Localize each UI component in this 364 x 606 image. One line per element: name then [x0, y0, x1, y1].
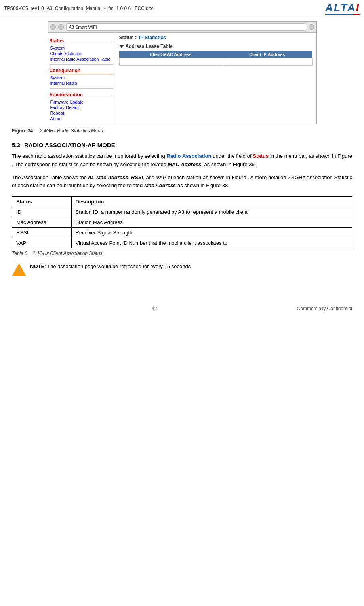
note-label: NOTE	[30, 263, 44, 269]
para2-mac: Mac Address	[96, 175, 128, 180]
sidebar-item-reboot[interactable]: Reboot	[50, 110, 113, 116]
sidebar-divider-1	[50, 64, 113, 65]
sidebar-status-header: Status	[50, 38, 113, 44]
breadcrumb-current: IP Statistics	[139, 35, 166, 40]
status-table-cell-status: ID	[12, 207, 72, 217]
section-53-para2: The Association Table shows the ID, Mac …	[12, 174, 352, 190]
note-icon: !	[12, 263, 26, 277]
status-table-cell-description: Station Mac Address	[71, 217, 352, 228]
page-body: A3 Smart WiFi Status System Clients Stat…	[0, 17, 364, 291]
altai-logo: ALTAI	[325, 2, 360, 15]
browser-btn-2	[58, 24, 64, 30]
document-title: TPS09-005_rev1 0_A3_Configuration_Manual…	[4, 6, 154, 11]
breadcrumb-text: Status > IP Statistics	[119, 35, 166, 40]
note-exclamation: !	[18, 267, 20, 274]
para1-text-2: under the field of	[212, 153, 253, 159]
page-footer: 42 Commercially Confidential	[0, 303, 364, 314]
table-caption-text: 2.4GHz Client Association Status	[32, 251, 102, 256]
page-number: 42	[12, 306, 297, 311]
sidebar-item-system[interactable]: System	[50, 45, 113, 51]
logo-underline-red	[353, 14, 360, 15]
section-53-heading: 5.3 RADIO ASSOCIATION-AP MODE	[12, 142, 352, 148]
para2-text-1: The Association Table shows the	[12, 175, 88, 180]
para1-mac-bold: MAC Address	[168, 161, 202, 167]
sidebar-divider-2	[50, 88, 113, 89]
logo-letter-i: I	[356, 2, 360, 13]
status-table-col-description: Description	[71, 197, 352, 207]
section-53-title: RADIO ASSOCIATION-AP MODE	[24, 142, 115, 148]
browser-content: Status System Clients Statistics Interna…	[48, 33, 316, 124]
para2-mac-bold2: Mac Address	[144, 182, 176, 188]
browser-toolbar: A3 Smart WiFi	[48, 22, 316, 33]
sidebar-item-firmware-update[interactable]: Firmware Update	[50, 99, 113, 105]
figure-caption: Figure 34 2.4GHz Radio Statistics Menu	[12, 128, 352, 134]
para2-text-6: as shown in Figure 38.	[176, 182, 229, 188]
sidebar-item-clients-stats[interactable]: Clients Statistics	[50, 51, 113, 56]
lease-table-empty-ip	[222, 58, 312, 66]
lease-table-col-mac: Client MAC Address	[119, 51, 222, 58]
breadcrumb: Status > IP Statistics	[119, 35, 313, 40]
browser-window: A3 Smart WiFi Status System Clients Stat…	[48, 21, 317, 124]
browser-address-bar[interactable]: A3 Smart WiFi	[66, 23, 306, 31]
status-table-row: RSSIReceiver Signal Strength	[12, 228, 352, 238]
para2-vap: VAP	[156, 175, 166, 180]
status-table-cell-description: Receiver Signal Strength	[71, 228, 352, 238]
logo-underline	[325, 14, 360, 15]
status-table-body: IDStation ID, a number randomly generate…	[12, 207, 352, 248]
logo-underline-blue	[325, 14, 353, 15]
figure-number: Figure 34	[12, 128, 33, 134]
footer-right: Commercially Confidential	[297, 306, 352, 311]
lease-table-header-row: Client MAC Address Client IP Address	[119, 51, 312, 58]
sidebar-config-header: Configuration	[50, 68, 113, 74]
status-table-row: IDStation ID, a number randomly generate…	[12, 207, 352, 217]
logo-letter-a: A	[325, 2, 334, 13]
para2-text-2: ,	[93, 175, 96, 180]
para1-text-4: , as shown in Figure 36.	[201, 161, 256, 167]
note-box: ! NOTE: The association page would be re…	[12, 263, 352, 277]
para2-text-3: ,	[128, 175, 131, 180]
note-text: NOTE: The association page would be refr…	[30, 263, 191, 270]
triangle-icon	[119, 45, 124, 48]
sidebar: Status System Clients Statistics Interna…	[48, 33, 115, 124]
sidebar-item-internal-radio[interactable]: Internal Radio	[50, 81, 113, 86]
status-table-row: VAPVirtual Access Point ID Number that t…	[12, 238, 352, 248]
sidebar-item-internal-radio-assoc[interactable]: Internal radio Association Table	[50, 56, 113, 62]
lease-table-empty-row	[119, 58, 312, 66]
sidebar-item-factory-default[interactable]: Factory Default	[50, 105, 113, 110]
status-table-cell-status: RSSI	[12, 228, 72, 238]
logo-letter-a2: A	[347, 2, 356, 13]
status-table-col-status: Status	[12, 197, 72, 207]
status-table-row: Mac AddressStation Mac Address	[12, 217, 352, 228]
status-table-cell-description: Virtual Access Point ID Number that the …	[71, 238, 352, 248]
table-caption-number: Table 6	[12, 251, 27, 256]
lease-table-empty-mac	[119, 58, 222, 66]
status-table-cell-description: Station ID, a number randomly generated …	[71, 207, 352, 217]
section-53-number: 5.3	[12, 142, 20, 148]
sidebar-item-about[interactable]: About	[50, 116, 113, 121]
main-content-area: Status > IP Statistics Address Lease Tab…	[115, 33, 316, 124]
address-lease-label: Address Lease Table	[126, 44, 173, 49]
para1-text-1: The each radio association statistics ca…	[12, 153, 166, 159]
address-lease-section-title: Address Lease Table	[119, 44, 313, 49]
para1-status-link[interactable]: Status	[253, 153, 269, 159]
status-table-cell-status: VAP	[12, 238, 72, 248]
logo-letter-l: L	[334, 2, 341, 13]
browser-btn-3	[309, 24, 314, 30]
note-content: : The association page would be refreshe…	[44, 263, 191, 269]
logo-letter-t: T	[341, 2, 347, 13]
status-table-cell-status: Mac Address	[12, 217, 72, 228]
browser-btn-1	[50, 24, 56, 30]
sidebar-item-config-system[interactable]: System	[50, 75, 113, 81]
document-header: TPS09-005_rev1 0_A3_Configuration_Manual…	[0, 0, 364, 17]
figure-caption-text: 2.4GHz Radio Statistics Menu	[40, 128, 103, 134]
para2-id: ID	[88, 175, 93, 180]
sidebar-admin-header: Administration	[50, 92, 113, 98]
table-caption: Table 6 2.4GHz Client Association Status	[12, 251, 352, 256]
status-description-table: Status Description IDStation ID, a numbe…	[12, 196, 352, 248]
para2-rssi: RSSI	[131, 175, 143, 180]
para1-radio-assoc-link[interactable]: Radio Association	[166, 153, 211, 159]
address-lease-table: Client MAC Address Client IP Address	[119, 51, 313, 66]
para2-text-4: , and	[143, 175, 156, 180]
note-icon-inner: !	[17, 267, 21, 273]
status-table-header-row: Status Description	[12, 197, 352, 207]
